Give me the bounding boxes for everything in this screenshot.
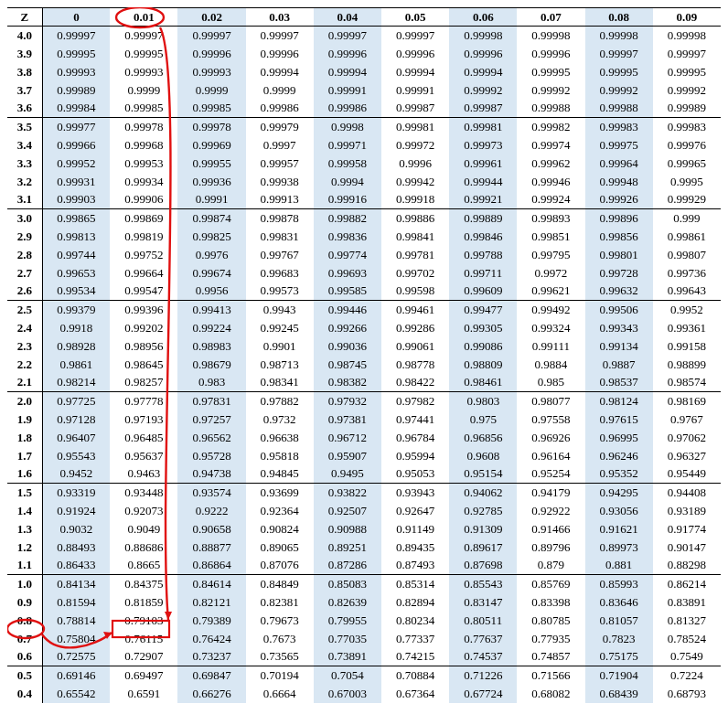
- cell: 0.99968: [110, 136, 177, 155]
- cell: 0.71904: [585, 666, 653, 685]
- header-0.08: 0.08: [585, 8, 653, 27]
- row-header: 2.3: [7, 337, 42, 356]
- cell: 0.99997: [246, 27, 314, 45]
- table-row: 1.10.864330.86650.868640.870760.872860.8…: [7, 557, 721, 575]
- cell: 0.99997: [42, 27, 110, 45]
- cell: 0.8665: [110, 557, 177, 575]
- cell: 0.9972: [517, 264, 584, 282]
- cell: 0.983: [177, 374, 245, 392]
- cell: 0.99492: [517, 301, 584, 319]
- cell: 0.99819: [110, 228, 177, 246]
- cell: 0.99987: [449, 100, 517, 118]
- cell: 0.99643: [653, 282, 721, 301]
- cell: 0.85543: [449, 575, 517, 593]
- cell: 0.89065: [246, 538, 314, 557]
- cell: 0.99918: [381, 191, 449, 209]
- cell: 0.69146: [42, 666, 110, 685]
- cell: 0.999: [653, 209, 721, 228]
- cell: 0.87493: [381, 557, 449, 575]
- cell: 0.87286: [314, 557, 381, 575]
- cell: 0.99224: [177, 319, 245, 337]
- cell: 0.99995: [585, 63, 653, 81]
- header-0.02: 0.02: [177, 8, 245, 27]
- cell: 0.97128: [42, 410, 110, 429]
- cell: 0.99736: [653, 264, 721, 282]
- cell: 0.99938: [246, 173, 314, 191]
- cell: 0.99788: [449, 246, 517, 264]
- cell: 0.9994: [314, 173, 381, 191]
- row-header: 0.8: [7, 612, 42, 630]
- cell: 0.99994: [314, 63, 381, 81]
- cell: 0.81327: [653, 612, 721, 630]
- cell: 0.98956: [110, 337, 177, 356]
- cell: 0.97932: [314, 392, 381, 410]
- cell: 0.90824: [246, 520, 314, 538]
- row-header: 2.7: [7, 264, 42, 282]
- cell: 0.99653: [42, 264, 110, 282]
- table-row: 3.90.999950.999950.999960.999960.999960.…: [7, 45, 721, 63]
- row-header: 1.6: [7, 465, 42, 484]
- cell: 0.9049: [110, 520, 177, 538]
- cell: 0.99996: [314, 45, 381, 63]
- cell: 0.99996: [177, 45, 245, 63]
- cell: 0.91924: [42, 502, 110, 520]
- cell: 0.98169: [653, 392, 721, 410]
- cell: 0.9901: [246, 337, 314, 356]
- cell: 0.9996: [381, 155, 449, 173]
- cell: 0.98422: [381, 374, 449, 392]
- z-table: Z 0 0.01 0.02 0.03 0.04 0.05 0.06 0.07 0…: [7, 7, 721, 703]
- cell: 0.67724: [449, 685, 517, 703]
- cell: 0.65542: [42, 685, 110, 703]
- cell: 0.9976: [177, 246, 245, 264]
- cell: 0.96164: [517, 447, 584, 465]
- cell: 0.99929: [653, 191, 721, 209]
- cell: 0.99931: [42, 173, 110, 191]
- cell: 0.99632: [585, 282, 653, 301]
- cell: 0.99134: [585, 337, 653, 356]
- cell: 0.85993: [585, 575, 653, 593]
- cell: 0.82381: [246, 593, 314, 612]
- cell: 0.70884: [381, 666, 449, 685]
- cell: 0.99995: [110, 45, 177, 63]
- cell: 0.99846: [449, 228, 517, 246]
- cell: 0.93699: [246, 484, 314, 502]
- table-row: 3.20.999310.999340.999360.999380.99940.9…: [7, 173, 721, 191]
- cell: 0.72575: [42, 648, 110, 666]
- cell: 0.99986: [246, 100, 314, 118]
- cell: 0.78814: [42, 612, 110, 630]
- header-row: Z 0 0.01 0.02 0.03 0.04 0.05 0.06 0.07 0…: [7, 8, 721, 27]
- cell: 0.9995: [653, 173, 721, 191]
- cell: 0.99343: [585, 319, 653, 337]
- cell: 0.98461: [449, 374, 517, 392]
- cell: 0.99744: [42, 246, 110, 264]
- row-header: 3.8: [7, 63, 42, 81]
- cell: 0.90658: [177, 520, 245, 538]
- row-header: 1.4: [7, 502, 42, 520]
- table-row: 2.90.998130.998190.998250.998310.998360.…: [7, 228, 721, 246]
- cell: 0.99111: [517, 337, 584, 356]
- table-row: 1.70.955430.956370.957280.958180.959070.…: [7, 447, 721, 465]
- cell: 0.99983: [585, 118, 653, 136]
- cell: 0.99995: [653, 63, 721, 81]
- cell: 0.93189: [653, 502, 721, 520]
- cell: 0.98809: [449, 356, 517, 374]
- cell: 0.77035: [314, 630, 381, 648]
- cell: 0.95543: [42, 447, 110, 465]
- cell: 0.87698: [449, 557, 517, 575]
- table-row: 3.40.999660.999680.999690.99970.999710.9…: [7, 136, 721, 155]
- cell: 0.99993: [42, 63, 110, 81]
- row-header: 1.1: [7, 557, 42, 575]
- row-header: 3.7: [7, 81, 42, 100]
- row-header: 1.7: [7, 447, 42, 465]
- cell: 0.99926: [585, 191, 653, 209]
- row-header: 2.0: [7, 392, 42, 410]
- cell: 0.99994: [449, 63, 517, 81]
- table-row: 3.50.999770.999780.999780.999790.99980.9…: [7, 118, 721, 136]
- cell: 0.79673: [246, 612, 314, 630]
- cell: 0.97062: [653, 429, 721, 447]
- table-row: 0.80.788140.791030.793890.796730.799550.…: [7, 612, 721, 630]
- cell: 0.9997: [246, 136, 314, 155]
- table-row: 4.00.999970.999970.999970.999970.999970.…: [7, 27, 721, 45]
- row-header: 3.1: [7, 191, 42, 209]
- cell: 0.99936: [177, 173, 245, 191]
